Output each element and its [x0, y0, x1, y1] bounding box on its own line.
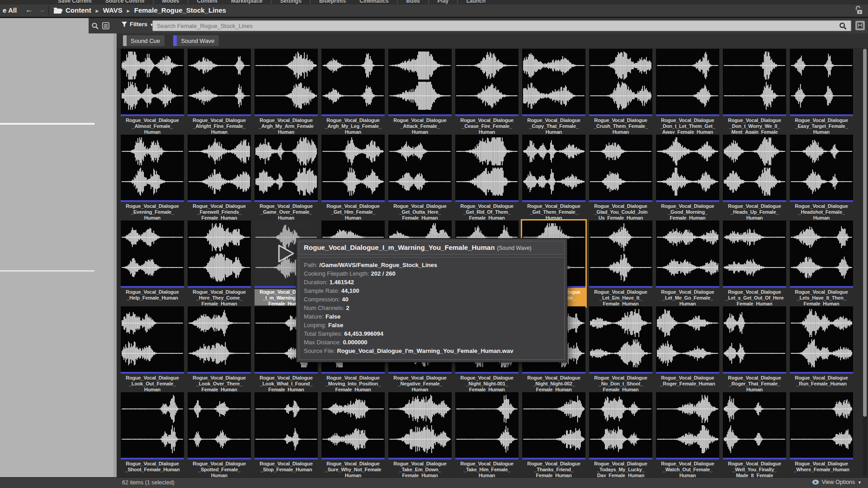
breadcrumb-item-wavs[interactable]: WAVS [103, 6, 123, 14]
filter-chip-sound-wave[interactable]: Sound Wave [173, 35, 219, 46]
find-assets-icon[interactable] [91, 22, 99, 30]
toolbar-item-source-control[interactable]: Source Control [105, 0, 145, 4]
asset-label-line: _Don_t_Worry_We_ll_ [723, 123, 786, 129]
asset-tile[interactable]: Rogue_Vocal_Dialogue_Almost_Female_Human [121, 49, 184, 135]
asset-label-line: _Easy_Target_Female_ [790, 123, 853, 129]
asset-type-color-bar [589, 114, 652, 116]
asset-label-line: Human [121, 129, 184, 134]
breadcrumb-item-content[interactable]: Content [66, 6, 91, 14]
asset-label: Rogue_Vocal_Dialogue_Let_s_Get_Out_Of_He… [723, 289, 786, 305]
asset-label-line: Meet_Again_Female [723, 129, 786, 134]
asset-tile[interactable]: Rogue_Vocal_Dialogue_Argh_My_Arm_FemaleH… [255, 49, 318, 135]
toolbar-item-launch[interactable]: Launch [466, 0, 486, 4]
asset-tile[interactable]: Rogue_Vocal_Dialogue_Attack_Female_Human [388, 49, 452, 135]
asset-label: Rogue_Vocal_Dialogue_Thanks_Friend_Femal… [522, 461, 585, 477]
asset-tile[interactable]: Rogue_Vocal_Dialogue_Get_Rid_Of_Them_Fem… [455, 135, 519, 221]
back-arrow-icon[interactable]: ← [25, 5, 33, 14]
waveform-thumbnail [255, 49, 318, 114]
asset-label: Rogue_Vocal_Dialogue_Easy_Target_Female_… [790, 117, 853, 134]
filter-chip-sound-cue[interactable]: Sound Cue [123, 35, 165, 46]
toolbar-separator: | [188, 0, 189, 4]
asset-tile[interactable]: Rogue_Vocal_Dialogue_Headshot_Female_Hum… [790, 135, 853, 221]
asset-tile[interactable]: Rogue_Vocal_Dialogue_Evening_Female_Huma… [121, 135, 184, 221]
asset-label-line: _Headshot_Female_ [790, 209, 853, 215]
asset-label-line: Female_Human [388, 473, 452, 477]
breadcrumb-item-female_rogue_stock_lines[interactable]: Female_Rogue_Stock_Lines [134, 6, 226, 14]
panel-divider [0, 123, 94, 125]
asset-tile[interactable]: Rogue_Vocal_Dialogue_Copy_That_Female_Hu… [522, 49, 585, 135]
asset-tile[interactable]: Rogue_Vocal_Dialogue_Where_Female_Human [790, 392, 853, 478]
asset-tile[interactable]: Rogue_Vocal_Dialogue_Easy_Target_Female_… [790, 49, 853, 135]
asset-tile[interactable]: Rogue_Vocal_Dialogue_Here_They_Come_Fema… [188, 221, 251, 306]
asset-type-color-bar [723, 372, 786, 374]
asset-label-line: Female_Human [589, 301, 652, 305]
waveform-thumbnail [723, 392, 786, 458]
save-all-button[interactable]: e All [3, 6, 17, 14]
asset-tile[interactable]: Rogue_Vocal_Dialogue_Spotted_Female_Huma… [188, 392, 251, 478]
unlock-icon[interactable] [855, 6, 863, 15]
asset-tile[interactable]: Rogue_Vocal_Dialogue_Don_t_Worry_We_ll_M… [723, 49, 786, 135]
asset-label: Rogue_Vocal_Dialogue_Moving_Into_Positio… [321, 375, 385, 391]
toolbar-item-blueprints[interactable]: Blueprints [319, 0, 346, 4]
asset-tile[interactable]: Rogue_Vocal_Dialogue_No_Don_t_Shoot_Fema… [589, 306, 652, 392]
asset-tile[interactable]: Rogue_Vocal_Dialogue_Lets_Have_It_Then_F… [790, 221, 853, 306]
asset-tile[interactable]: Rogue_Vocal_Dialogue_Sure_Why_Not_Female… [321, 392, 385, 478]
asset-tile[interactable]: Rogue_Vocal_Dialogue_Glad_You_Could_Join… [589, 135, 652, 221]
asset-tile[interactable]: Rogue_Vocal_Dialogue_Look_Over_There_Fem… [188, 306, 251, 392]
filters-button[interactable]: Filters ▼ [121, 21, 154, 28]
asset-tile[interactable]: Rogue_Vocal_Dialogue_Let_Me_Go_Female_Hu… [656, 221, 719, 306]
asset-label-line: Human [321, 215, 385, 220]
asset-tile[interactable]: Rogue_Vocal_Dialogue_Shoot_Female_Human [121, 392, 184, 478]
waveform-thumbnail [188, 392, 251, 458]
asset-tile[interactable]: Rogue_Vocal_Dialogue_Get_Them_Female_Hum… [522, 135, 585, 221]
toolbar-item-marketplace[interactable]: Marketplace [231, 0, 262, 4]
asset-tile[interactable]: Rogue_Vocal_Dialogue_Look_Out_Female_Hum… [121, 306, 184, 392]
toolbar-item-play[interactable]: Play [438, 0, 449, 4]
asset-label-line: _Take_Em_Down_ [388, 467, 452, 473]
asset-tile[interactable]: Rogue_Vocal_Dialogue_Run_Female_Human [790, 306, 853, 392]
toolbar-item-cinematics[interactable]: Cinematics [359, 0, 388, 4]
asset-tile[interactable]: Rogue_Vocal_Dialogue_Stop_Female_Human [255, 392, 318, 478]
asset-tile[interactable]: Rogue_Vocal_Dialogue_Well_You_Finally_Ma… [723, 392, 786, 478]
asset-tile[interactable]: Rogue_Vocal_Dialogue_Good_Morning_Female… [656, 135, 719, 221]
waveform-thumbnail [723, 135, 786, 200]
toolbar-item-settings[interactable]: Settings [280, 0, 301, 4]
asset-tile[interactable]: Rogue_Vocal_Dialogue_Game_Over_Female_Hu… [255, 135, 318, 221]
asset-tile[interactable]: Rogue_Vocal_Dialogue_Watch_Out_Female_Hu… [656, 392, 719, 478]
status-bar: 62 items (1 selected) View Options ▼ [0, 477, 868, 488]
asset-tile[interactable]: Rogue_Vocal_Dialogue_Help_Female_Human [121, 221, 184, 306]
asset-label-line: Female_Human [388, 215, 452, 220]
asset-tile[interactable]: Rogue_Vocal_Dialogue_Let_Em_Have_It_Fema… [589, 221, 652, 306]
search-input[interactable] [152, 20, 851, 31]
asset-tile[interactable]: Rogue_Vocal_Dialogue_Take_Him_Female_Hum… [455, 392, 519, 478]
asset-tile[interactable]: Rogue_Vocal_Dialogue_Farewell_Friends_Fe… [188, 135, 251, 221]
asset-label-line: Rogue_Vocal_Dialogue [255, 203, 318, 209]
toolbar-item-modes[interactable]: Modes [162, 0, 179, 4]
toolbar-item-save-current[interactable]: Save Current [58, 0, 92, 4]
asset-tile[interactable]: Rogue_Vocal_Dialogue_Don_t_Let_Them_Get_… [656, 49, 719, 135]
toolbar-item-build[interactable]: Build [406, 0, 420, 4]
asset-tile[interactable]: Rogue_Vocal_Dialogue_Heads_Up_Female_Hum… [723, 135, 786, 221]
asset-tile[interactable]: Rogue_Vocal_Dialogue_Roger_That_Female_H… [723, 306, 786, 392]
asset-tile[interactable]: Rogue_Vocal_Dialogue_Get_Outta_Here_Fema… [388, 135, 452, 221]
asset-tile[interactable]: Rogue_Vocal_Dialogue_Thanks_Friend_Femal… [522, 392, 585, 478]
save-search-button[interactable] [855, 21, 865, 30]
asset-tile[interactable]: Rogue_Vocal_Dialogue_Take_Em_Down_Female… [388, 392, 452, 478]
forward-arrow-icon[interactable]: → [38, 5, 46, 14]
vertical-scrollbar[interactable] [863, 49, 867, 476]
asset-label-line: Day_Female_Human [589, 473, 652, 477]
scrollbar-thumb[interactable] [863, 49, 867, 417]
asset-tile[interactable]: Rogue_Vocal_Dialogue_Crush_Them_Female_H… [589, 49, 652, 135]
view-options-button[interactable]: View Options ▼ [812, 479, 862, 485]
toolbar-item-content[interactable]: Content [197, 0, 217, 4]
sources-toggle-icon[interactable] [102, 22, 109, 29]
asset-tile[interactable]: Rogue_Vocal_Dialogue_Let_s_Get_Out_Of_He… [723, 221, 786, 306]
asset-tile[interactable]: Rogue_Vocal_Dialogue_Alright_Fine_Female… [188, 49, 251, 135]
asset-tile[interactable]: Rogue_Vocal_Dialogue_Roger_Female_Human [656, 306, 719, 392]
asset-tile[interactable]: Rogue_Vocal_Dialogue_Cease_Fire_Female_H… [455, 49, 519, 135]
asset-tile[interactable]: Rogue_Vocal_Dialogue_Argh_My_Leg_Female_… [321, 49, 385, 135]
asset-tile[interactable]: Rogue_Vocal_Dialogue_Get_Him_Female_Huma… [321, 135, 385, 221]
asset-label-line: Female_Human [656, 215, 719, 220]
asset-label: Rogue_Vocal_Dialogue_Get_Them_Female_Hum… [522, 203, 585, 220]
asset-tile[interactable]: Rogue_Vocal_Dialogue_Todays_My_Lucky_Day… [589, 392, 652, 478]
